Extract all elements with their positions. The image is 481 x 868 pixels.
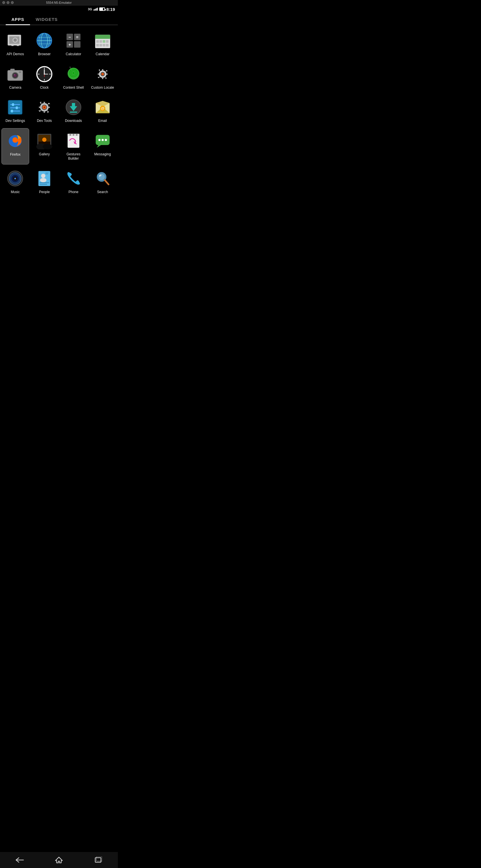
battery-icon bbox=[99, 7, 105, 11]
app-icon-browser bbox=[35, 31, 54, 50]
svg-rect-115 bbox=[45, 173, 49, 173]
svg-rect-4 bbox=[11, 44, 14, 46]
app-item-calculator[interactable]: − = + Calculator bbox=[60, 28, 88, 60]
app-icon-people bbox=[35, 169, 54, 188]
app-item-email[interactable]: @ Email bbox=[89, 95, 117, 127]
svg-point-56 bbox=[69, 66, 71, 68]
app-label-people: People bbox=[39, 190, 50, 194]
app-item-clock[interactable]: Clock bbox=[31, 62, 58, 94]
app-label-phone: Phone bbox=[69, 190, 78, 194]
window-controls[interactable] bbox=[2, 1, 14, 4]
app-icon-dev-settings bbox=[6, 98, 24, 117]
app-label-search: Search bbox=[97, 190, 108, 194]
time-display: 8:19 bbox=[106, 7, 115, 12]
app-item-search[interactable]: Search bbox=[89, 166, 117, 198]
app-icon-content-shell bbox=[64, 65, 83, 83]
svg-rect-40 bbox=[19, 71, 22, 73]
app-item-dev-tools[interactable]: Dev Tools bbox=[31, 95, 58, 127]
app-label-custom-locale: Custom Locale bbox=[91, 86, 114, 90]
app-icon-calculator: − = + bbox=[64, 31, 83, 50]
app-icon-search bbox=[94, 169, 112, 188]
svg-rect-116 bbox=[45, 174, 48, 174]
app-item-content-shell[interactable]: Content Shell bbox=[60, 62, 88, 94]
app-label-dev-settings: Dev Settings bbox=[5, 119, 25, 123]
minimize-dot[interactable] bbox=[7, 1, 9, 4]
svg-rect-114 bbox=[39, 184, 47, 185]
title-bar: 5554:N5-Emulator bbox=[0, 0, 118, 5]
svg-point-57 bbox=[70, 67, 70, 67]
close-dot[interactable] bbox=[2, 1, 5, 4]
app-icon-downloads bbox=[64, 98, 83, 117]
svg-rect-66 bbox=[12, 103, 14, 106]
svg-point-101 bbox=[105, 139, 107, 141]
app-icon-api-demos bbox=[6, 31, 24, 50]
app-label-firefox: Firefox bbox=[10, 153, 21, 157]
app-item-dev-settings[interactable]: Dev Settings bbox=[1, 95, 29, 127]
svg-text:@: @ bbox=[101, 106, 104, 111]
svg-rect-63 bbox=[8, 100, 22, 115]
app-grid: API Demos Browser bbox=[0, 25, 118, 201]
app-item-calendar[interactable]: Calendar bbox=[89, 28, 117, 60]
svg-text:−: − bbox=[68, 35, 71, 39]
svg-rect-29 bbox=[99, 44, 102, 46]
tabs-bar: APPS WIDGETS bbox=[0, 13, 118, 25]
svg-rect-31 bbox=[106, 44, 108, 46]
tab-widgets[interactable]: WIDGETS bbox=[30, 13, 63, 25]
network-type: 3G bbox=[88, 7, 92, 11]
app-item-api-demos[interactable]: API Demos bbox=[1, 28, 29, 60]
app-item-phone[interactable]: Phone bbox=[60, 166, 88, 198]
svg-text:+: + bbox=[68, 42, 71, 47]
svg-text:=: = bbox=[76, 35, 78, 39]
app-icon-firefox bbox=[6, 132, 24, 150]
app-item-downloads[interactable]: Downloads bbox=[60, 95, 88, 127]
svg-line-121 bbox=[105, 180, 108, 185]
app-icon-clock bbox=[35, 65, 54, 83]
app-icon-custom-locale bbox=[94, 65, 112, 83]
svg-point-58 bbox=[71, 68, 72, 70]
svg-rect-30 bbox=[103, 44, 105, 46]
battery-fill bbox=[100, 8, 103, 10]
svg-rect-26 bbox=[103, 40, 105, 43]
app-label-api-demos: API Demos bbox=[7, 52, 24, 57]
svg-point-90 bbox=[42, 137, 46, 142]
svg-rect-17 bbox=[74, 41, 81, 48]
app-icon-gallery bbox=[35, 132, 54, 150]
app-item-gestures-builder[interactable]: Gestures Builder bbox=[60, 128, 88, 164]
svg-point-3 bbox=[14, 39, 17, 42]
app-item-firefox[interactable]: Firefox bbox=[1, 128, 29, 164]
app-item-browser[interactable]: Browser bbox=[31, 28, 58, 60]
title-text: 5554:N5-Emulator bbox=[46, 1, 71, 4]
app-icon-phone bbox=[64, 169, 83, 188]
svg-point-96 bbox=[73, 134, 74, 135]
app-label-dev-tools: Dev Tools bbox=[37, 119, 52, 123]
app-icon-messaging bbox=[94, 132, 112, 150]
svg-rect-25 bbox=[99, 40, 102, 43]
svg-point-109 bbox=[14, 178, 16, 179]
app-label-browser: Browser bbox=[38, 52, 51, 57]
svg-marker-102 bbox=[97, 145, 101, 148]
app-item-camera[interactable]: Camera bbox=[1, 62, 29, 94]
tab-apps[interactable]: APPS bbox=[6, 13, 30, 25]
maximize-dot[interactable] bbox=[11, 1, 14, 4]
svg-point-111 bbox=[41, 174, 45, 178]
svg-point-95 bbox=[69, 134, 71, 135]
signal-bars bbox=[94, 8, 98, 10]
app-label-music: Music bbox=[11, 190, 20, 194]
svg-rect-28 bbox=[96, 44, 99, 46]
app-label-gestures-builder: Gestures Builder bbox=[61, 152, 86, 161]
app-item-custom-locale[interactable]: Custom Locale bbox=[89, 62, 117, 94]
app-item-people[interactable]: People bbox=[31, 166, 58, 198]
svg-point-50 bbox=[44, 73, 45, 75]
svg-point-62 bbox=[102, 73, 103, 75]
svg-point-39 bbox=[14, 74, 17, 77]
app-icon-email: @ bbox=[94, 98, 112, 117]
svg-rect-113 bbox=[39, 182, 49, 183]
app-item-gallery[interactable]: Gallery bbox=[31, 128, 58, 164]
svg-point-119 bbox=[98, 174, 105, 180]
app-label-calendar: Calendar bbox=[96, 52, 109, 57]
app-item-messaging[interactable]: Messaging bbox=[89, 128, 117, 164]
svg-point-54 bbox=[72, 72, 75, 74]
svg-point-99 bbox=[98, 139, 101, 141]
app-item-music[interactable]: Music bbox=[1, 166, 29, 198]
svg-rect-27 bbox=[106, 40, 108, 43]
